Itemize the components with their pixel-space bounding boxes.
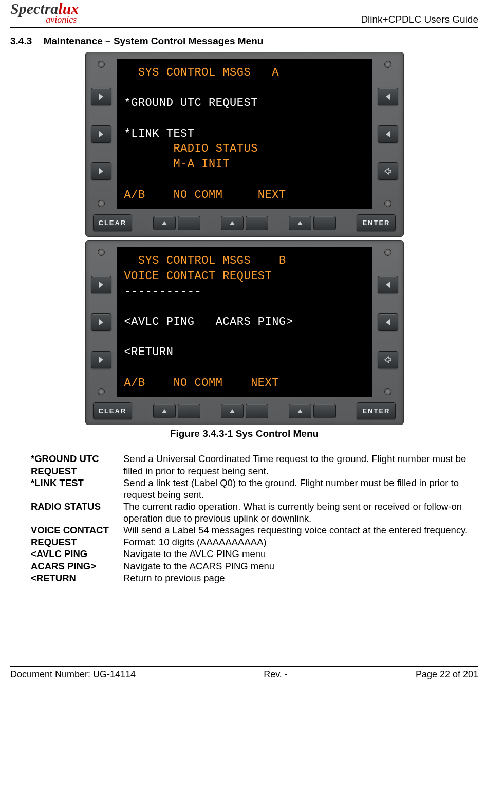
rocker-2[interactable] bbox=[221, 216, 268, 230]
section-title: Maintenance – System Control Messages Me… bbox=[44, 35, 264, 46]
figure-caption: Figure 3.4.3-1 Sys Control Menu bbox=[10, 428, 478, 439]
def-term: ACARS PING> bbox=[31, 560, 123, 572]
screen-line: *GROUND UTC REQUEST bbox=[124, 97, 258, 109]
def-text: Send a Universal Coordinated Time reques… bbox=[123, 453, 478, 476]
screw-icon bbox=[384, 61, 391, 68]
def-text: Send a link test (Label Q0) to the groun… bbox=[123, 477, 478, 501]
screw-icon bbox=[98, 61, 105, 68]
rocker-2[interactable] bbox=[221, 404, 268, 418]
lsk-l3-button[interactable] bbox=[91, 162, 111, 180]
screw-icon bbox=[98, 388, 105, 395]
screw-icon bbox=[384, 388, 391, 395]
lcd-screen-a: SYS CONTROL MSGS A *GROUND UTC REQUEST *… bbox=[117, 59, 372, 209]
def-term: RADIO STATUS bbox=[31, 501, 123, 524]
screen-line: *LINK TEST bbox=[124, 127, 195, 140]
def-term: <AVLC PING bbox=[31, 548, 123, 560]
lcd-panel-a: SYS CONTROL MSGS A *GROUND UTC REQUEST *… bbox=[85, 52, 404, 237]
screen-line: VOICE CONTACT REQUEST bbox=[124, 270, 272, 283]
def-term: *LINK TEST bbox=[31, 477, 123, 501]
lcd-panel-b: SYS CONTROL MSGS BVOICE CONTACT REQUEST … bbox=[85, 240, 404, 425]
def-text: The current radio operation. What is cur… bbox=[123, 501, 478, 524]
doc-rev: Rev. - bbox=[264, 669, 288, 680]
screw-icon bbox=[384, 200, 391, 207]
lsk-r1-button[interactable] bbox=[378, 88, 398, 105]
def-text: Will send a Label 54 messages requesting… bbox=[123, 524, 478, 548]
lsk-l2-button[interactable] bbox=[91, 125, 111, 143]
logo-sub: avionics bbox=[46, 14, 77, 25]
def-term: VOICE CONTACT REQUEST bbox=[31, 524, 123, 548]
rocker-1[interactable] bbox=[153, 404, 200, 418]
screen-title: SYS CONTROL MSGS B bbox=[124, 253, 365, 269]
lsk-l1-button[interactable] bbox=[91, 88, 111, 105]
screw-icon bbox=[384, 249, 391, 256]
def-text: Navigate to the ACARS PING menu bbox=[123, 560, 478, 572]
rocker-1[interactable] bbox=[153, 216, 200, 230]
lsk-l3-button[interactable] bbox=[91, 351, 111, 368]
section-number: 3.4.3 bbox=[10, 35, 32, 47]
screw-icon bbox=[98, 249, 105, 256]
def-text: Navigate to the AVLC PING menu bbox=[123, 548, 478, 560]
lsk-r1-button[interactable] bbox=[378, 276, 398, 293]
clear-button[interactable]: CLEAR bbox=[93, 214, 133, 231]
page-number: Page 22 of 201 bbox=[416, 669, 478, 680]
enter-button[interactable]: ENTER bbox=[357, 214, 396, 231]
screen-line: M-A INIT bbox=[124, 158, 230, 171]
screen-line: A/B NO COMM NEXT bbox=[124, 377, 279, 390]
lsk-r3-button[interactable] bbox=[378, 351, 398, 368]
def-text: Return to previous page bbox=[123, 572, 478, 584]
doc-title: Dlink+CPDLC Users Guide bbox=[361, 14, 478, 25]
def-term: *GROUND UTC REQUEST bbox=[31, 453, 123, 476]
rocker-3[interactable] bbox=[289, 216, 336, 230]
enter-button[interactable]: ENTER bbox=[357, 402, 396, 419]
lsk-l1-button[interactable] bbox=[91, 276, 111, 293]
clear-button[interactable]: CLEAR bbox=[93, 402, 133, 419]
lsk-l2-button[interactable] bbox=[91, 313, 111, 331]
lsk-r2-button[interactable] bbox=[378, 313, 398, 331]
lsk-r3-button[interactable] bbox=[378, 162, 398, 180]
definitions-list: *GROUND UTC REQUESTSend a Universal Coor… bbox=[31, 453, 478, 583]
screen-line: RADIO STATUS bbox=[124, 142, 258, 155]
screen-line: A/B NO COMM NEXT bbox=[124, 189, 286, 201]
screen-line: <AVLC PING ACARS PING> bbox=[124, 316, 293, 328]
screen-title: SYS CONTROL MSGS A bbox=[124, 65, 365, 81]
doc-number: Document Number: UG-14114 bbox=[10, 669, 136, 680]
lcd-screen-b: SYS CONTROL MSGS BVOICE CONTACT REQUEST … bbox=[117, 247, 372, 397]
rocker-3[interactable] bbox=[289, 404, 336, 418]
screw-icon bbox=[98, 200, 105, 207]
screen-line: <RETURN bbox=[124, 346, 174, 359]
def-term: <RETURN bbox=[31, 572, 123, 584]
screen-line: ----------- bbox=[124, 285, 202, 298]
brand-logo: Spectralux avionics bbox=[10, 2, 79, 25]
lsk-r2-button[interactable] bbox=[378, 125, 398, 143]
